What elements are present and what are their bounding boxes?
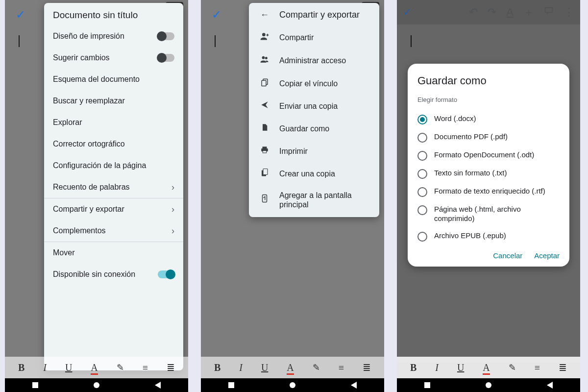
italic-button[interactable]: I: [239, 362, 243, 373]
format-option-label: Formato OpenDocument (.odt): [434, 150, 534, 160]
android-navbar: [397, 378, 580, 392]
menu-item-share[interactable]: Compartir: [249, 26, 379, 49]
menu-item-manage-access[interactable]: Administrar acceso: [249, 49, 379, 72]
nav-back-icon[interactable]: [351, 382, 357, 389]
list-button[interactable]: ≣: [363, 362, 371, 373]
print-icon: [258, 146, 271, 157]
menu-item-addons[interactable]: Complementos ›: [44, 220, 183, 242]
menu-item-label: Buscar y reemplazar: [53, 96, 174, 105]
chevron-right-icon: ›: [172, 182, 174, 193]
menu-item-label: Agregar a la pantalla principal: [279, 191, 370, 209]
nav-home-icon[interactable]: [486, 382, 491, 388]
menu-item-label: Guardar como: [279, 124, 370, 133]
format-option-rtf[interactable]: Formato de texto enriquecido (.rtf): [417, 183, 560, 201]
menu-item-label: Enviar una copia: [279, 101, 370, 111]
underline-button[interactable]: U: [65, 362, 72, 373]
menu-item-print-layout[interactable]: Diseño de impresión: [44, 25, 183, 47]
underline-button[interactable]: U: [261, 362, 268, 373]
menu-back-row[interactable]: ← Compartir y exportar: [249, 3, 379, 26]
highlight-button[interactable]: ✎: [313, 362, 320, 373]
radio-icon: [417, 205, 427, 215]
done-check-icon[interactable]: ✓: [212, 8, 221, 22]
nav-recents-icon[interactable]: [228, 382, 234, 388]
android-navbar: [201, 378, 384, 392]
menu-item-word-count[interactable]: Recuento de palabras ›: [44, 176, 183, 198]
menu-item-save-as[interactable]: Guardar como: [249, 117, 379, 140]
align-button[interactable]: ≡: [143, 362, 148, 373]
nav-back-icon[interactable]: [547, 382, 553, 389]
format-option-label: Texto sin formato (.txt): [434, 169, 507, 178]
format-option-odt[interactable]: Formato OpenDocument (.odt): [417, 147, 560, 165]
format-toolbar: B I U A ✎ ≡ ≣: [201, 357, 384, 378]
nav-home-icon[interactable]: [94, 382, 99, 388]
menu-item-label: Complementos: [53, 226, 168, 235]
send-icon: [258, 100, 271, 112]
add-to-home-icon: [258, 194, 271, 206]
format-option-docx[interactable]: Word (.docx): [417, 110, 560, 128]
menu-item-label: Recuento de palabras: [53, 182, 168, 192]
menu-title: Compartir y exportar: [279, 10, 370, 21]
nav-recents-icon[interactable]: [32, 382, 38, 388]
svg-rect-9: [263, 169, 268, 174]
format-option-pdf[interactable]: Documento PDF (.pdf): [417, 128, 560, 147]
italic-button[interactable]: I: [43, 362, 47, 373]
accept-button[interactable]: Aceptar: [534, 251, 560, 260]
menu-item-label: Imprimir: [279, 147, 370, 156]
svg-rect-5: [263, 147, 267, 148]
menu-item-make-copy[interactable]: Crear una copia: [249, 162, 379, 185]
format-option-html[interactable]: Página web (.html, archivo comprimido): [417, 201, 560, 227]
toggle-on-icon[interactable]: [158, 270, 174, 278]
format-option-label: Word (.docx): [434, 114, 476, 123]
italic-button[interactable]: I: [435, 362, 439, 373]
text-color-button[interactable]: A: [91, 362, 98, 373]
menu-item-print[interactable]: Imprimir: [249, 140, 379, 162]
menu-item-outline[interactable]: Esquema del documento: [44, 69, 183, 90]
text-color-button[interactable]: A: [483, 362, 490, 373]
toggle-off-icon[interactable]: [158, 54, 174, 62]
menu-item-add-to-home[interactable]: Agregar a la pantalla principal: [249, 185, 379, 217]
svg-point-2: [265, 57, 268, 59]
file-icon: [258, 122, 271, 135]
text-cursor: [215, 35, 216, 47]
radio-icon: [417, 151, 427, 161]
menu-item-spellcheck[interactable]: Corrector ortográfico: [44, 133, 183, 155]
underline-button[interactable]: U: [457, 362, 464, 373]
cancel-button[interactable]: Cancelar: [493, 251, 522, 260]
menu-item-offline[interactable]: Disponible sin conexión: [44, 264, 183, 285]
nav-home-icon[interactable]: [290, 382, 295, 388]
copy-link-icon: [258, 77, 271, 90]
nav-recents-icon[interactable]: [424, 382, 430, 388]
save-as-dialog: Guardar como Elegir formato Word (.docx)…: [408, 64, 569, 267]
list-button[interactable]: ≣: [167, 362, 175, 373]
radio-selected-icon: [417, 115, 427, 124]
menu-item-label: Configuración de la página: [53, 161, 174, 170]
menu-item-suggest-changes[interactable]: Sugerir cambios: [44, 47, 183, 69]
menu-item-copy-link[interactable]: Copiar el vínculo: [249, 72, 379, 95]
menu-item-share-export[interactable]: Compartir y exportar ›: [44, 198, 183, 220]
menu-item-find-replace[interactable]: Buscar y reemplazar: [44, 90, 183, 112]
align-button[interactable]: ≡: [535, 362, 540, 373]
toggle-off-icon[interactable]: [158, 32, 174, 40]
nav-back-icon[interactable]: [155, 382, 161, 389]
dialog-title: Guardar como: [417, 74, 560, 87]
format-option-txt[interactable]: Texto sin formato (.txt): [417, 165, 560, 183]
list-button[interactable]: ≣: [559, 362, 567, 373]
text-color-button[interactable]: A: [287, 362, 294, 373]
menu-item-move[interactable]: Mover: [44, 242, 183, 264]
format-option-label: Formato de texto enriquecido (.rtf): [434, 187, 545, 196]
done-check-icon[interactable]: ✓: [16, 8, 25, 22]
person-add-icon: [258, 31, 271, 44]
bold-button[interactable]: B: [18, 362, 24, 373]
menu-item-page-setup[interactable]: Configuración de la página: [44, 155, 183, 176]
bold-button[interactable]: B: [214, 362, 220, 373]
overflow-menu: Documento sin título Diseño de impresión…: [44, 3, 183, 370]
highlight-button[interactable]: ✎: [117, 362, 124, 373]
menu-item-send-copy[interactable]: Enviar una copia: [249, 95, 379, 117]
menu-item-explore[interactable]: Explorar: [44, 112, 183, 133]
align-button[interactable]: ≡: [339, 362, 344, 373]
format-option-label: Documento PDF (.pdf): [434, 132, 508, 142]
format-option-epub[interactable]: Archivo EPUB (.epub): [417, 227, 560, 245]
bold-button[interactable]: B: [410, 362, 416, 373]
highlight-button[interactable]: ✎: [509, 362, 516, 373]
radio-icon: [417, 232, 427, 242]
